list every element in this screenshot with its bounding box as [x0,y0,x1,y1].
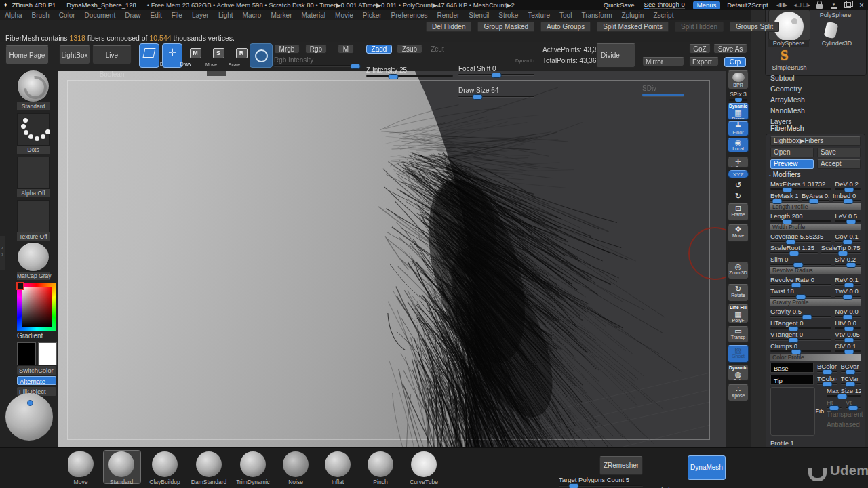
close-icon[interactable]: × [859,2,864,9]
grp-button[interactable]: Grp [724,57,746,67]
brush-standard[interactable]: Standard [102,451,140,485]
fiber-preview-box[interactable]: Fib [770,387,815,436]
zadd-button[interactable]: Zadd [366,45,392,54]
twv-slider[interactable]: TwV 0.0 [835,287,861,297]
Xpose-button[interactable]: ∴Xpose [728,384,749,401]
menu-preferences[interactable]: Preferences [387,10,433,20]
slim-slider-handle[interactable] [793,262,803,268]
gradient-label[interactable]: Gradient [17,332,56,340]
save-as-button[interactable]: Save As [713,44,747,54]
transparent-toggle[interactable]: Transparent [827,411,861,418]
fibermesh-palette-title[interactable]: FiberMesh [770,124,804,132]
menu-brush[interactable]: Brush [27,10,54,20]
slv-slider[interactable]: SlV 0.2 [835,256,861,265]
brush-trimdynamic[interactable]: TrimDynamic [234,451,272,485]
menu-color[interactable]: Color [54,10,80,20]
menu-picker[interactable]: Picker [358,10,387,20]
zsub-button[interactable]: Zsub [397,45,422,54]
rev-slider[interactable]: ReV 0.1 [835,276,861,285]
brush-move[interactable]: Move [62,451,100,485]
fiber-preview-layer[interactable] [58,71,726,447]
material-preview-sphere[interactable] [5,393,53,441]
target-polygons-handle[interactable] [569,483,579,488]
menu-texture[interactable]: Texture [523,10,555,20]
draw-size-handle[interactable] [473,94,483,100]
ht-slider-handle[interactable] [829,405,840,411]
menu-transform[interactable]: Transform [576,10,616,20]
tcolorc-slider-handle[interactable] [822,382,832,387]
focal-shift-slider[interactable]: Focal Shift 0 [458,65,534,75]
spin-button[interactable]: ↻ [728,191,749,200]
menu-layer[interactable]: Layer [187,10,214,20]
bcvar-slider[interactable]: BCVar [841,363,861,373]
rgb-button[interactable]: Rgb [305,45,327,54]
palette-geometry[interactable]: Geometry [770,85,802,93]
PolyF-button[interactable]: Line Fill▦PolyF [728,304,749,323]
group-masked-button[interactable]: Group Masked [477,22,534,32]
revolve-slider[interactable]: Revolve Rate 0 [770,276,831,285]
tcvar-slider-handle[interactable] [846,382,856,387]
dev-slider[interactable]: DeV 0.2 [835,180,861,190]
zcut-button[interactable]: Zcut [427,45,448,54]
stroke-preview-button[interactable] [250,43,273,68]
tip-color-swatch[interactable]: Tip [770,375,814,385]
vtangent-slider[interactable]: VTangent 0 [770,331,831,340]
menu-stencil[interactable]: Stencil [464,10,494,20]
z-intensity-slider[interactable]: Z Intensity 25 [366,66,453,77]
export-button[interactable]: Export [689,57,719,66]
saturation-square[interactable] [22,287,52,327]
lev-slider[interactable]: LeV 0.5 [835,212,861,222]
document-canvas[interactable] [58,71,726,447]
menu-document[interactable]: Document [80,10,121,20]
width-profile-bar[interactable]: Width Profile [770,224,861,230]
auto-groups-button[interactable]: Auto Groups [540,22,591,32]
open-button[interactable]: Open [770,148,814,157]
palette-arraymesh[interactable]: ArrayMesh [770,96,805,104]
L.Sym-button[interactable]: ✛L.Sym [728,157,749,168]
switch-color-button[interactable]: SwitchColor [17,366,56,375]
canvas-divider-tab[interactable] [207,71,226,76]
menu-tool[interactable]: Tool [555,10,576,20]
menu-stroke[interactable]: Stroke [494,10,523,20]
move-mode-button[interactable]: M Move [185,43,205,68]
nov-slider[interactable]: NoV 0.0 [835,308,861,317]
split-hidden-button[interactable]: Split Hidden [675,22,724,32]
target-polygons-slider[interactable]: Target Polygons Count 5 [559,476,643,486]
mirror-button[interactable]: Mirror [642,57,684,66]
twv-slider-handle[interactable] [843,294,853,300]
edit-mode-button[interactable]: Edit [139,43,159,68]
cylinder3d-icon[interactable] [823,21,838,39]
home-page-button[interactable]: Home Page [5,45,49,64]
Zoom3D-button[interactable]: ◎Zoom3D [728,262,749,279]
Floor-button[interactable]: ┻Floor [728,121,749,136]
XYZ-button[interactable]: XYZ [728,170,749,178]
m-button[interactable]: M [338,45,354,54]
menu-zplugin[interactable]: Zplugin [617,10,649,20]
menu-render[interactable]: Render [433,10,465,20]
goz-button[interactable]: GoZ [689,44,711,54]
scale-mode-button[interactable]: S Scale [208,43,229,68]
byarea-slider-handle[interactable] [809,199,819,204]
alternate-button[interactable]: Alternate [17,376,56,385]
rgb-intensity-slider[interactable]: Rgb Intensity [274,56,359,66]
panel-dock-icon[interactable]: ◂❒ ❒▸ [793,2,810,8]
menu-marker[interactable]: Marker [266,10,296,20]
Move-button[interactable]: ✥Move [728,224,749,242]
default-zscript-button[interactable]: DefaultZScript [727,1,768,9]
brush-damstandard[interactable]: DamStandard [190,451,228,485]
scaletip-slider[interactable]: ScaleTip 0.75 [821,244,861,253]
menu-macro[interactable]: Macro [238,10,267,20]
Frame-button[interactable]: ⊡Frame [728,203,749,221]
scaleroot-slider[interactable]: ScaleRoot 1.25 [770,244,818,253]
htv-slider[interactable]: HtV 0.0 [835,319,861,329]
menu-zscript[interactable]: Zscript [648,10,678,20]
restore-icon[interactable] [844,2,851,8]
twist-slider-handle[interactable] [796,294,806,300]
groups-split-button[interactable]: Groups Split [730,22,779,32]
slv-slider-handle[interactable] [846,262,856,268]
palette-subtool[interactable]: Subtool [770,74,795,82]
vt-slider[interactable]: Vt [846,399,861,408]
antialiased-toggle[interactable]: Antialiased [827,421,861,428]
bymask-slider[interactable]: ByMask 1 [770,192,798,201]
palette-cycle-icon[interactable]: ◂▮▮▸ [776,2,788,8]
